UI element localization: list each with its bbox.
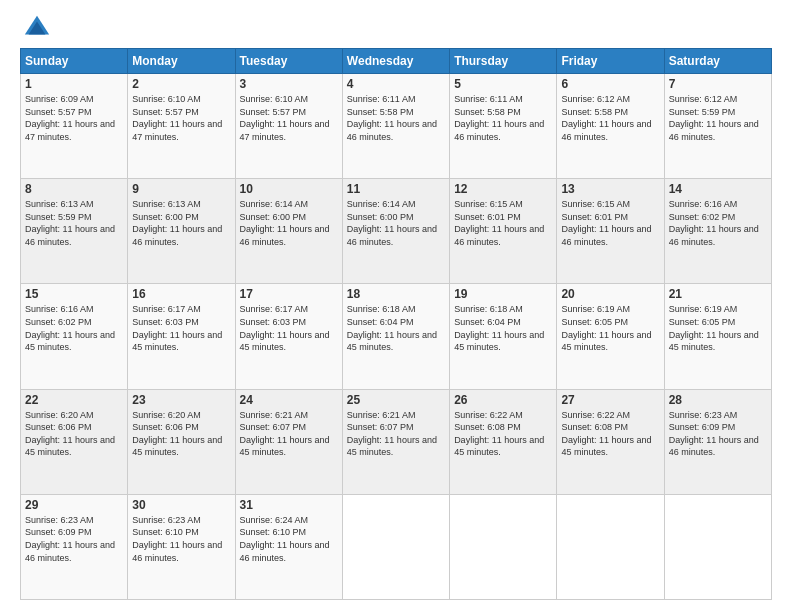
calendar-cell: 16 Sunrise: 6:17 AM Sunset: 6:03 PM Dayl… <box>128 284 235 389</box>
calendar-cell: 17 Sunrise: 6:17 AM Sunset: 6:03 PM Dayl… <box>235 284 342 389</box>
cell-sunrise: Sunrise: 6:23 AM <box>25 515 94 525</box>
day-number: 24 <box>240 393 338 407</box>
cell-sunset: Sunset: 6:02 PM <box>25 317 92 327</box>
cell-daylight: Daylight: 11 hours and 45 minutes. <box>25 330 115 353</box>
cell-daylight: Daylight: 11 hours and 46 minutes. <box>561 119 651 142</box>
cell-sunset: Sunset: 6:04 PM <box>454 317 521 327</box>
cell-daylight: Daylight: 11 hours and 46 minutes. <box>132 224 222 247</box>
cell-sunset: Sunset: 6:08 PM <box>561 422 628 432</box>
cell-sunset: Sunset: 5:57 PM <box>132 107 199 117</box>
cell-sunrise: Sunrise: 6:13 AM <box>25 199 94 209</box>
day-number: 28 <box>669 393 767 407</box>
calendar-cell: 23 Sunrise: 6:20 AM Sunset: 6:06 PM Dayl… <box>128 389 235 494</box>
logo-icon <box>23 14 51 42</box>
calendar-cell: 31 Sunrise: 6:24 AM Sunset: 6:10 PM Dayl… <box>235 494 342 599</box>
cell-sunset: Sunset: 6:09 PM <box>669 422 736 432</box>
day-number: 13 <box>561 182 659 196</box>
calendar-cell: 10 Sunrise: 6:14 AM Sunset: 6:00 PM Dayl… <box>235 179 342 284</box>
day-number: 30 <box>132 498 230 512</box>
cell-sunrise: Sunrise: 6:11 AM <box>454 94 523 104</box>
calendar-cell: 27 Sunrise: 6:22 AM Sunset: 6:08 PM Dayl… <box>557 389 664 494</box>
cell-sunrise: Sunrise: 6:14 AM <box>240 199 309 209</box>
cell-daylight: Daylight: 11 hours and 45 minutes. <box>454 435 544 458</box>
cell-daylight: Daylight: 11 hours and 45 minutes. <box>561 435 651 458</box>
calendar-cell <box>664 494 771 599</box>
day-number: 3 <box>240 77 338 91</box>
calendar-cell: 4 Sunrise: 6:11 AM Sunset: 5:58 PM Dayli… <box>342 74 449 179</box>
cell-sunrise: Sunrise: 6:22 AM <box>454 410 523 420</box>
day-number: 9 <box>132 182 230 196</box>
calendar-header-wednesday: Wednesday <box>342 49 449 74</box>
day-number: 21 <box>669 287 767 301</box>
cell-sunset: Sunset: 6:10 PM <box>240 527 307 537</box>
calendar-cell: 8 Sunrise: 6:13 AM Sunset: 5:59 PM Dayli… <box>21 179 128 284</box>
cell-sunset: Sunset: 6:09 PM <box>25 527 92 537</box>
cell-sunset: Sunset: 6:00 PM <box>132 212 199 222</box>
cell-sunrise: Sunrise: 6:18 AM <box>454 304 523 314</box>
cell-daylight: Daylight: 11 hours and 46 minutes. <box>132 540 222 563</box>
cell-sunrise: Sunrise: 6:18 AM <box>347 304 416 314</box>
day-number: 10 <box>240 182 338 196</box>
cell-sunrise: Sunrise: 6:23 AM <box>669 410 738 420</box>
cell-sunset: Sunset: 6:05 PM <box>669 317 736 327</box>
day-number: 14 <box>669 182 767 196</box>
cell-sunrise: Sunrise: 6:10 AM <box>132 94 201 104</box>
day-number: 8 <box>25 182 123 196</box>
day-number: 5 <box>454 77 552 91</box>
calendar-cell: 15 Sunrise: 6:16 AM Sunset: 6:02 PM Dayl… <box>21 284 128 389</box>
calendar-cell: 20 Sunrise: 6:19 AM Sunset: 6:05 PM Dayl… <box>557 284 664 389</box>
calendar-header-monday: Monday <box>128 49 235 74</box>
cell-sunset: Sunset: 6:05 PM <box>561 317 628 327</box>
day-number: 12 <box>454 182 552 196</box>
cell-sunset: Sunset: 6:07 PM <box>240 422 307 432</box>
cell-daylight: Daylight: 11 hours and 45 minutes. <box>25 435 115 458</box>
cell-sunrise: Sunrise: 6:13 AM <box>132 199 201 209</box>
cell-daylight: Daylight: 11 hours and 45 minutes. <box>240 330 330 353</box>
day-number: 17 <box>240 287 338 301</box>
calendar-cell: 5 Sunrise: 6:11 AM Sunset: 5:58 PM Dayli… <box>450 74 557 179</box>
cell-daylight: Daylight: 11 hours and 47 minutes. <box>240 119 330 142</box>
cell-daylight: Daylight: 11 hours and 46 minutes. <box>454 119 544 142</box>
cell-daylight: Daylight: 11 hours and 45 minutes. <box>132 330 222 353</box>
calendar-week-row: 29 Sunrise: 6:23 AM Sunset: 6:09 PM Dayl… <box>21 494 772 599</box>
cell-sunset: Sunset: 6:00 PM <box>240 212 307 222</box>
cell-daylight: Daylight: 11 hours and 45 minutes. <box>347 330 437 353</box>
cell-sunset: Sunset: 6:00 PM <box>347 212 414 222</box>
cell-daylight: Daylight: 11 hours and 45 minutes. <box>240 435 330 458</box>
calendar-header-sunday: Sunday <box>21 49 128 74</box>
cell-sunrise: Sunrise: 6:17 AM <box>240 304 309 314</box>
cell-sunrise: Sunrise: 6:12 AM <box>669 94 738 104</box>
cell-daylight: Daylight: 11 hours and 46 minutes. <box>25 224 115 247</box>
logo-area <box>20 18 51 42</box>
header <box>20 18 772 42</box>
day-number: 16 <box>132 287 230 301</box>
calendar-cell: 25 Sunrise: 6:21 AM Sunset: 6:07 PM Dayl… <box>342 389 449 494</box>
cell-sunrise: Sunrise: 6:19 AM <box>561 304 630 314</box>
cell-sunrise: Sunrise: 6:22 AM <box>561 410 630 420</box>
cell-daylight: Daylight: 11 hours and 45 minutes. <box>561 330 651 353</box>
calendar-cell: 18 Sunrise: 6:18 AM Sunset: 6:04 PM Dayl… <box>342 284 449 389</box>
cell-sunset: Sunset: 6:03 PM <box>132 317 199 327</box>
cell-sunset: Sunset: 6:01 PM <box>454 212 521 222</box>
calendar-week-row: 15 Sunrise: 6:16 AM Sunset: 6:02 PM Dayl… <box>21 284 772 389</box>
calendar-cell: 14 Sunrise: 6:16 AM Sunset: 6:02 PM Dayl… <box>664 179 771 284</box>
cell-sunset: Sunset: 5:57 PM <box>25 107 92 117</box>
calendar-week-row: 22 Sunrise: 6:20 AM Sunset: 6:06 PM Dayl… <box>21 389 772 494</box>
cell-daylight: Daylight: 11 hours and 46 minutes. <box>347 119 437 142</box>
cell-sunrise: Sunrise: 6:21 AM <box>240 410 309 420</box>
logo-text <box>20 18 51 42</box>
calendar-cell <box>557 494 664 599</box>
cell-sunset: Sunset: 6:03 PM <box>240 317 307 327</box>
calendar-cell: 1 Sunrise: 6:09 AM Sunset: 5:57 PM Dayli… <box>21 74 128 179</box>
calendar-cell: 29 Sunrise: 6:23 AM Sunset: 6:09 PM Dayl… <box>21 494 128 599</box>
cell-daylight: Daylight: 11 hours and 45 minutes. <box>669 330 759 353</box>
calendar-cell: 2 Sunrise: 6:10 AM Sunset: 5:57 PM Dayli… <box>128 74 235 179</box>
calendar-cell <box>450 494 557 599</box>
cell-sunrise: Sunrise: 6:20 AM <box>25 410 94 420</box>
cell-sunrise: Sunrise: 6:21 AM <box>347 410 416 420</box>
day-number: 4 <box>347 77 445 91</box>
cell-daylight: Daylight: 11 hours and 45 minutes. <box>347 435 437 458</box>
cell-sunset: Sunset: 6:02 PM <box>669 212 736 222</box>
day-number: 11 <box>347 182 445 196</box>
day-number: 25 <box>347 393 445 407</box>
